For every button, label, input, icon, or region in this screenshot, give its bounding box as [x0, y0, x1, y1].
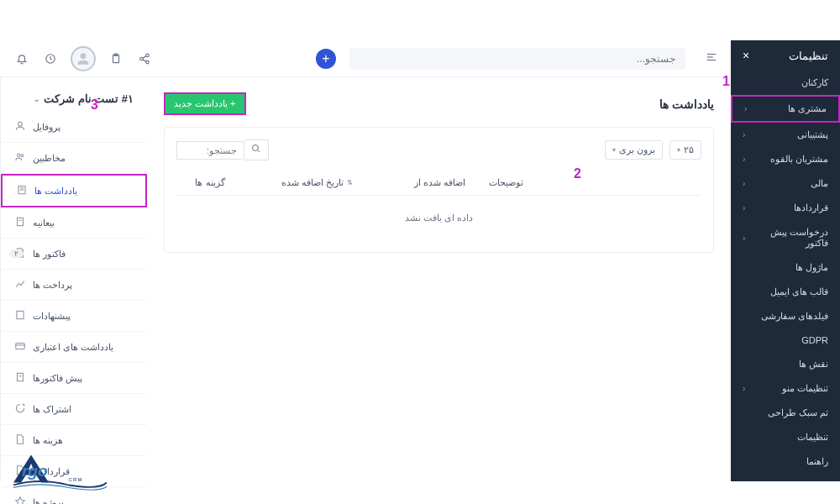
sidebar-item-label: نقش ها — [799, 359, 828, 370]
clipboard-icon[interactable] — [108, 50, 124, 67]
tab-note[interactable]: یادداشت ها — [1, 174, 147, 207]
tab-user[interactable]: پروفایل — [1, 112, 147, 143]
tab-page[interactable]: پیشنهادات — [1, 301, 147, 332]
sidebar-item-label: راهنما — [806, 456, 828, 467]
svg-point-4 — [140, 57, 144, 60]
section-header: یادداشت ها + یادداشت جدید — [164, 92, 714, 115]
sidebar-item-5[interactable]: قراردادها‹ — [731, 196, 840, 220]
sidebar-item-label: قالب های ایمیل — [770, 286, 828, 297]
badge: ۲ — [9, 249, 24, 258]
page-icon — [14, 309, 26, 323]
tab-label: پیشنهادات — [33, 311, 71, 322]
no-data-message: داده ای یافت نشد — [176, 196, 701, 240]
tab-doc[interactable]: بیعانیه — [1, 207, 147, 239]
sidebar-item-14[interactable]: تنظیمات — [731, 425, 840, 449]
avatar[interactable] — [71, 46, 96, 71]
sidebar-item-12[interactable]: تنظیمات منو‹ — [731, 376, 840, 401]
sidebar-item-label: فیلدهای سفارشی — [761, 311, 828, 322]
file2-icon — [14, 433, 26, 447]
table-search-input[interactable] — [176, 141, 244, 160]
note-icon — [16, 184, 28, 197]
tab-chart[interactable]: پرداخت ها — [1, 270, 147, 301]
tab-label: هزینه ها — [33, 435, 63, 446]
table-header: توضیحات اضافه شده از ⇅ تاریخ اضافه شده گ… — [176, 171, 701, 196]
col-desc[interactable]: توضیحات — [489, 177, 701, 188]
chevron-left-icon: ‹ — [743, 179, 745, 188]
table-search-button[interactable] — [244, 139, 269, 160]
page-title[interactable]: #۱ تست نام شرکت ⌄ — [1, 86, 147, 112]
sidebar-item-7[interactable]: ماژول ها — [731, 255, 840, 280]
tab-users[interactable]: مخاطبین — [1, 143, 147, 174]
tab-est[interactable]: پیش فاکتورها — [1, 363, 147, 394]
sidebar-item-13[interactable]: تم سبک طراحی — [731, 401, 840, 425]
chevron-left-icon: ‹ — [743, 203, 745, 213]
tab-label: پرداخت ها — [33, 280, 72, 291]
sidebar-item-11[interactable]: نقش ها — [731, 352, 840, 376]
tab-label: اشتراک ها — [33, 404, 71, 415]
tab-refresh[interactable]: اشتراک ها — [1, 394, 147, 425]
annotation-1: 1 — [722, 74, 730, 89]
new-note-button[interactable]: + یادداشت جدید — [164, 92, 246, 115]
share-icon[interactable] — [136, 50, 153, 67]
sidebar-item-0[interactable]: کارکنان — [731, 71, 840, 95]
clock-icon[interactable] — [42, 50, 59, 67]
sidebar-item-label: تنظیمات — [797, 432, 828, 443]
svg-rect-22 — [17, 311, 24, 318]
sidebar-item-8[interactable]: قالب های ایمیل — [731, 280, 840, 304]
tab-credit[interactable]: یادداشت های اعتباری — [1, 332, 147, 363]
col-date[interactable]: ⇅ تاریخ اضافه شده — [244, 177, 391, 188]
svg-marker-27 — [16, 497, 25, 504]
sidebar-item-6[interactable]: درخواست پیش فاکتور‹ — [731, 220, 840, 255]
chevron-left-icon: ‹ — [743, 384, 745, 393]
svg-point-15 — [18, 154, 21, 157]
main-panel: یادداشت ها + یادداشت جدید ۲۵ ▾ برون بری … — [147, 77, 731, 481]
refresh-icon — [14, 402, 26, 416]
tab-label: یادداشت ها — [34, 186, 77, 197]
search-input[interactable] — [360, 53, 675, 65]
sidebar-item-9[interactable]: فیلدهای سفارشی — [731, 304, 840, 328]
sidebar-item-3[interactable]: مشتریان بالقوه‹ — [731, 147, 840, 171]
svg-point-16 — [21, 155, 24, 157]
sidebar-item-label: مالی — [811, 178, 828, 189]
tab-label: پیش فاکتورها — [33, 373, 82, 384]
col-options: گزینه ها — [176, 177, 244, 188]
toolbar-controls: ۲۵ ▾ برون بری ▾ — [605, 140, 701, 160]
svg-point-3 — [146, 54, 150, 56]
close-icon[interactable]: × — [743, 49, 749, 62]
svg-line-6 — [143, 55, 146, 57]
add-button[interactable]: + — [316, 49, 336, 69]
tab-file[interactable]: فاکتور ها۲ — [1, 239, 147, 270]
annotation-2: 2 — [574, 166, 581, 181]
page-size-select[interactable]: ۲۵ ▾ — [669, 140, 701, 160]
sidebar-item-4[interactable]: مالی‹ — [731, 171, 840, 196]
sort-icon: ⇅ — [347, 179, 353, 186]
sidebar-item-label: قراردادها — [794, 202, 828, 213]
tab-label: پروژه ها — [33, 497, 64, 505]
tab-label: فاکتور ها — [33, 249, 66, 260]
svg-rect-25 — [18, 373, 24, 381]
chevron-left-icon: ‹ — [743, 155, 745, 164]
sidebar-item-2[interactable]: پشتیبانی‹ — [731, 123, 840, 147]
menu-toggle-icon[interactable] — [706, 51, 717, 66]
credit-icon — [14, 340, 26, 354]
tab-label: پروفایل — [33, 122, 60, 133]
sidebar-item-label: درخواست پیش فاکتور — [745, 227, 828, 249]
global-search[interactable] — [349, 48, 685, 70]
sidebar-item-1[interactable]: مشتری ها‹ — [731, 95, 840, 123]
chevron-down-icon: ▾ — [677, 146, 680, 154]
export-select[interactable]: برون بری ▾ — [605, 140, 663, 160]
customer-tabs: #۱ تست نام شرکت ⌄ پروفایلمخاطبینیادداشت … — [0, 77, 147, 481]
chevron-left-icon: ‹ — [743, 234, 745, 243]
sidebar-item-10[interactable]: GDPR — [731, 328, 840, 352]
svg-point-5 — [146, 60, 150, 64]
sidebar-item-label: کارکنان — [801, 77, 828, 88]
bell-icon[interactable] — [13, 50, 30, 67]
col-addedby[interactable]: اضافه شده از — [391, 177, 489, 188]
sidebar-item-label: پشتیبانی — [797, 129, 828, 140]
doc-icon — [14, 216, 26, 229]
svg-line-7 — [143, 59, 146, 60]
sidebar-item-15[interactable]: راهنما — [731, 449, 840, 474]
sidebar-item-label: ماژول ها — [795, 262, 828, 273]
svg-text:CRM: CRM — [69, 477, 83, 482]
users-icon — [14, 151, 26, 165]
